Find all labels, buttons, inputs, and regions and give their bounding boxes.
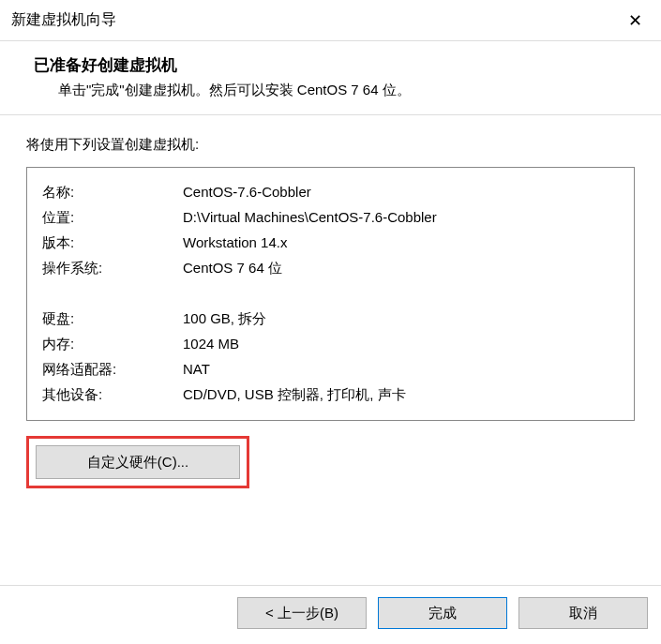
summary-value: CD/DVD, USB 控制器, 打印机, 声卡 — [183, 382, 619, 407]
summary-label: 操作系统: — [42, 255, 183, 280]
summary-label: 位置: — [42, 204, 183, 230]
content-area: 将使用下列设置创建虚拟机: 名称: CentOS-7.6-Cobbler 位置:… — [0, 115, 661, 488]
customize-hardware-button[interactable]: 自定义硬件(C)... — [36, 445, 240, 479]
summary-label: 其他设备: — [42, 382, 183, 407]
finish-button[interactable]: 完成 — [378, 597, 507, 629]
summary-value: Workstation 14.x — [183, 230, 619, 255]
titlebar: 新建虚拟机向导 ✕ — [0, 0, 661, 41]
summary-row-disk: 硬盘: 100 GB, 拆分 — [42, 306, 619, 331]
summary-value: 100 GB, 拆分 — [183, 306, 619, 331]
summary-value: D:\Virtual Machines\CentOS-7.6-Cobbler — [183, 204, 619, 230]
summary-label: 名称: — [42, 179, 183, 204]
summary-row-other: 其他设备: CD/DVD, USB 控制器, 打印机, 声卡 — [42, 382, 619, 407]
back-button[interactable]: < 上一步(B) — [237, 597, 367, 629]
wizard-heading: 已准备好创建虚拟机 — [34, 54, 661, 76]
summary-row-network: 网络适配器: NAT — [42, 356, 619, 382]
summary-row-memory: 内存: 1024 MB — [42, 331, 619, 356]
settings-caption: 将使用下列设置创建虚拟机: — [26, 136, 635, 154]
wizard-header: 已准备好创建虚拟机 单击"完成"创建虚拟机。然后可以安装 CentOS 7 64… — [0, 41, 661, 114]
summary-label: 硬盘: — [42, 306, 183, 331]
summary-gap — [42, 280, 619, 306]
summary-label: 版本: — [42, 230, 183, 255]
summary-label: 内存: — [42, 331, 183, 356]
wizard-footer: < 上一步(B) 完成 取消 — [0, 585, 661, 644]
summary-value: CentOS 7 64 位 — [183, 255, 619, 280]
customize-hw-highlight: 自定义硬件(C)... — [26, 436, 249, 488]
summary-row-version: 版本: Workstation 14.x — [42, 230, 619, 255]
summary-label: 网络适配器: — [42, 356, 183, 382]
window-title: 新建虚拟机向导 — [11, 10, 621, 30]
cancel-button[interactable]: 取消 — [518, 597, 648, 629]
summary-row-os: 操作系统: CentOS 7 64 位 — [42, 255, 619, 280]
close-icon[interactable]: ✕ — [621, 7, 650, 35]
summary-box: 名称: CentOS-7.6-Cobbler 位置: D:\Virtual Ma… — [26, 167, 635, 421]
summary-value: NAT — [183, 356, 619, 382]
summary-row-name: 名称: CentOS-7.6-Cobbler — [42, 179, 619, 204]
wizard-subheading: 单击"完成"创建虚拟机。然后可以安装 CentOS 7 64 位。 — [34, 82, 661, 99]
summary-row-location: 位置: D:\Virtual Machines\CentOS-7.6-Cobbl… — [42, 204, 619, 230]
summary-value: 1024 MB — [183, 331, 619, 356]
summary-value: CentOS-7.6-Cobbler — [183, 179, 619, 204]
